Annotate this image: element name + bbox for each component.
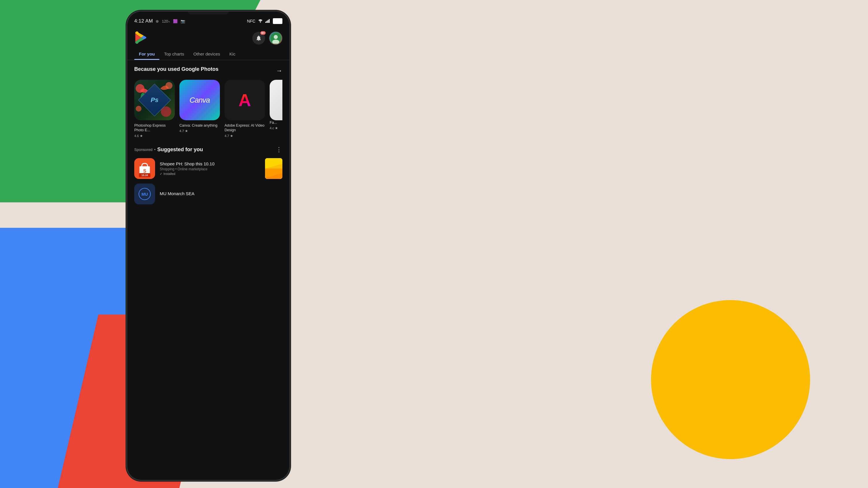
mu-info: MU Monarch SEA xyxy=(160,191,282,197)
google-play-logo xyxy=(134,31,147,45)
canva-name: Canva: Create anything xyxy=(179,123,220,128)
shopee-category: Shopping • Online marketplace xyxy=(160,167,260,171)
app-card-canva[interactable]: Canva Canva: Create anything 4.7 ★ xyxy=(179,80,220,138)
tab-kids[interactable]: Kic xyxy=(225,47,240,60)
notifications-button[interactable]: 9+ xyxy=(252,32,265,44)
partial-app-icon xyxy=(270,80,282,120)
canva-star: ★ xyxy=(185,129,188,133)
shopee-name: Shopee PH: Shop this 10.10 xyxy=(160,161,260,166)
notification-badge: 9+ xyxy=(260,31,266,35)
user-avatar[interactable] xyxy=(269,32,282,45)
sponsored-item-shopee[interactable]: S 10.10 Shopee PH: Shop this 10.10 Shopp… xyxy=(134,158,282,179)
app-bar: 9+ xyxy=(127,28,289,47)
canva-rating: 4.7 ★ xyxy=(179,129,220,133)
more-options-button[interactable]: ⋮ xyxy=(276,146,282,154)
adobe-name: Adobe Express: AI Video Design xyxy=(224,123,265,133)
photoshop-rating: 4.6 ★ xyxy=(134,134,175,138)
svg-rect-0 xyxy=(265,22,266,23)
sponsored-section: Sponsored • Suggested for you ⋮ xyxy=(134,144,282,204)
location-icon: ⊕ xyxy=(156,19,159,24)
signal-bars-icon xyxy=(265,19,271,24)
photoshop-star: ★ xyxy=(140,134,143,138)
section-arrow-button[interactable]: → xyxy=(276,67,282,74)
sponsored-item-mu[interactable]: MU MU Monarch SEA xyxy=(134,184,282,204)
app-card-adobe[interactable]: A Adobe Express: AI Video Design 4.7 ★ xyxy=(224,80,265,138)
canva-icon: Canva xyxy=(179,80,220,120)
svg-point-10 xyxy=(136,106,142,111)
app-list: Ps Photoshop Express Photo E... 4.6 ★ C xyxy=(134,80,282,138)
nfc-indicator: NFC xyxy=(247,19,255,24)
tabs-nav: For you Top charts Other devices Kic xyxy=(127,47,289,60)
svg-rect-1 xyxy=(267,21,267,23)
phone-notch xyxy=(188,11,228,14)
bg-yellow-circle xyxy=(651,300,810,459)
photoshop-name: Photoshop Express Photo E... xyxy=(134,123,175,133)
app-card-photoshop[interactable]: Ps Photoshop Express Photo E... 4.6 ★ xyxy=(134,80,175,138)
svg-text:MU: MU xyxy=(142,192,148,197)
tab-for-you[interactable]: For you xyxy=(134,47,159,60)
section-title: Because you used Google Photos xyxy=(134,66,218,72)
photoshop-icon: Ps xyxy=(134,80,175,120)
app-bar-right: 9+ xyxy=(252,32,282,45)
status-time: 4:12 AM xyxy=(134,18,153,24)
section-header: Because you used Google Photos → xyxy=(134,66,282,74)
app-icon-2: 📷 xyxy=(181,19,185,24)
svg-point-5 xyxy=(274,35,278,39)
shopee-promo-image xyxy=(265,158,282,179)
signal-text: 120₊ xyxy=(162,19,170,24)
status-right: NFC 100 xyxy=(247,18,282,24)
tab-top-charts[interactable]: Top charts xyxy=(159,47,189,60)
svg-text:10.10: 10.10 xyxy=(142,174,148,176)
shopee-icon: S 10.10 xyxy=(134,158,155,179)
mu-name: MU Monarch SEA xyxy=(160,191,282,196)
shopee-status: ✓ Installed xyxy=(160,172,260,176)
sponsored-label: Sponsored • Suggested for you xyxy=(134,147,203,153)
adobe-icon: A xyxy=(224,80,265,120)
adobe-rating: 4.7 ★ xyxy=(224,134,265,138)
svg-rect-3 xyxy=(269,19,270,23)
battery-indicator: 100 xyxy=(273,18,282,24)
svg-rect-2 xyxy=(268,20,269,23)
app-icon-1: 🟪 xyxy=(173,19,178,24)
app-card-partial[interactable]: Fa... 4.c ★ xyxy=(270,80,282,138)
tab-other-devices[interactable]: Other devices xyxy=(189,47,225,60)
main-content: Because you used Google Photos → xyxy=(127,60,289,204)
sponsored-header: Sponsored • Suggested for you ⋮ xyxy=(134,146,282,154)
phone-screen: 4:12 AM ⊕ 120₊ 🟪 📷 NFC xyxy=(127,11,289,480)
phone-device: 4:12 AM ⊕ 120₊ 🟪 📷 NFC xyxy=(127,11,289,480)
status-left: 4:12 AM ⊕ 120₊ 🟪 📷 xyxy=(134,18,185,24)
partial-rating: 4.c ★ xyxy=(270,126,282,130)
partial-name: Fa... xyxy=(270,120,282,125)
wifi-icon xyxy=(258,19,263,24)
mu-icon: MU xyxy=(134,184,155,204)
partial-star: ★ xyxy=(275,126,278,130)
shopee-info: Shopee PH: Shop this 10.10 Shopping • On… xyxy=(160,161,260,176)
svg-text:S: S xyxy=(143,168,146,173)
sponsored-title: Suggested for you xyxy=(157,147,203,153)
adobe-star: ★ xyxy=(230,134,233,138)
